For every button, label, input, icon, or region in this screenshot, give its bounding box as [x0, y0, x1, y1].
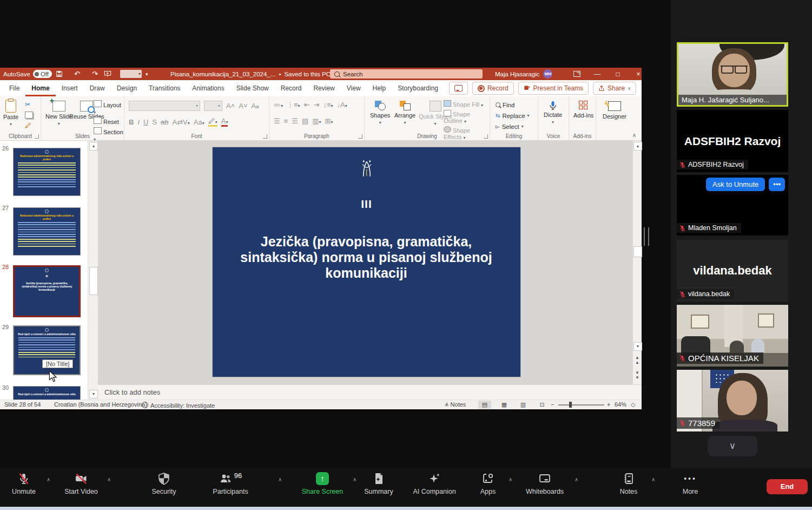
next-slide-button[interactable]: ▼▼	[633, 370, 641, 380]
font-name-select[interactable]: ▾	[129, 101, 200, 111]
participant-tile-opcina-kiseljak[interactable]: OPĆINA KISELJAK	[677, 305, 788, 367]
save-button[interactable]	[56, 68, 63, 80]
comments-button[interactable]	[449, 82, 468, 95]
highlight-color-button[interactable]: 🖉▾	[208, 117, 217, 127]
shape-fill-button[interactable]: Shape Fill ▾	[444, 100, 490, 108]
slide-thumbnail-30[interactable]: Red riječi u rečenici u administrativnom…	[13, 386, 81, 400]
close-button[interactable]: ×	[635, 70, 642, 78]
search-input[interactable]: Search	[330, 69, 483, 79]
layout-button[interactable]: Layout ▾	[94, 100, 124, 115]
tab-draw[interactable]: Draw	[84, 80, 111, 96]
smartart-convert-button[interactable]: ⊞▾	[325, 117, 333, 125]
notes-options-caret-icon[interactable]: ∧	[651, 476, 655, 482]
qat-customize-button[interactable]: ▾	[146, 68, 148, 80]
drawing-dialog-launcher[interactable]	[484, 134, 488, 139]
shape-outline-button[interactable]: Shape Outline ▾	[444, 110, 490, 124]
account-name[interactable]: Maja Hjasaragic MH	[495, 68, 552, 80]
scroll-up-icon[interactable]: ▲	[89, 142, 98, 151]
designer-button[interactable]: ϟ Designer	[603, 101, 626, 120]
arrange-button[interactable]: Arrange▾	[394, 101, 415, 126]
columns-button[interactable]: ▥▾	[312, 117, 321, 125]
dictate-button[interactable]: Dictate▾	[544, 100, 562, 126]
italic-button[interactable]: I	[137, 118, 140, 126]
scrollbar-thumb[interactable]	[633, 246, 642, 257]
saved-status[interactable]: Saved to this PC	[284, 71, 331, 77]
video-options-caret-icon[interactable]: ∧	[107, 476, 111, 482]
tab-animations[interactable]: Animations	[186, 80, 230, 96]
minimize-button[interactable]: —	[593, 70, 601, 78]
shapes-button[interactable]: Shapes▾	[370, 101, 390, 126]
tab-help[interactable]: Help	[367, 80, 392, 96]
justify-button[interactable]: ▤	[302, 117, 308, 125]
decrease-indent-button[interactable]: ⇤	[304, 101, 310, 109]
underline-button[interactable]: U	[143, 118, 148, 126]
strikethrough-button[interactable]: ab	[161, 118, 168, 126]
summary-button[interactable]: Summary	[357, 472, 400, 495]
font-dialog-launcher[interactable]	[263, 134, 267, 139]
participant-tile-maja[interactable]: Maja H. Jašaragić Suljano...	[677, 42, 788, 107]
increase-indent-button[interactable]: ⇥	[314, 101, 320, 109]
tab-file[interactable]: File	[3, 80, 25, 96]
reset-button[interactable]: Reset	[94, 117, 124, 125]
paste-button[interactable]: Paste▾	[3, 100, 18, 128]
clear-formatting-button[interactable]: A𝄪	[252, 102, 260, 110]
copy-button[interactable]	[25, 112, 33, 119]
cut-button[interactable]: ✂	[25, 101, 33, 108]
zoom-slider-track[interactable]	[558, 404, 604, 406]
notes-placeholder[interactable]: Click to add notes	[104, 388, 160, 396]
present-in-teams-button[interactable]: Present in Teams	[518, 82, 589, 95]
bold-button[interactable]: B	[129, 118, 134, 126]
slide-thumbnail-27[interactable]: Nedostaci administrativnog stila uočeni …	[13, 207, 81, 256]
panel-resize-handle[interactable]	[644, 227, 649, 246]
select-button[interactable]: ▻Select▾	[496, 122, 530, 131]
change-case-button[interactable]: Aa▾	[194, 118, 204, 126]
qat-dropdown[interactable]: ▾	[118, 68, 144, 80]
more-button[interactable]: ••• More	[674, 472, 707, 495]
font-size-select[interactable]: ▾	[204, 101, 222, 111]
fit-to-window-button[interactable]: ◇	[631, 401, 635, 408]
participant-more-button[interactable]: •••	[769, 178, 785, 191]
previous-slide-button[interactable]: ▲▲	[633, 355, 641, 365]
find-button[interactable]: Find	[496, 100, 530, 109]
notes-pane[interactable]: Click to add notes	[98, 384, 642, 400]
font-color-button[interactable]: A▾	[221, 117, 228, 127]
align-right-button[interactable]: ☰	[292, 117, 298, 125]
participant-tile-vildana[interactable]: vildana.bedak vildana.bedak	[677, 240, 788, 302]
shrink-font-button[interactable]: A˅	[239, 102, 247, 110]
zoom-out-button[interactable]: −	[551, 401, 554, 408]
participant-tile-mladen[interactable]: Ask to Unmute ••• Mladen Smoljan	[677, 175, 788, 236]
slide-thumbnail-26[interactable]: Nedostaci administrativnog stila uočeni …	[13, 148, 81, 196]
ask-to-unmute-button[interactable]: Ask to Unmute	[706, 178, 765, 191]
security-button[interactable]: Security	[142, 472, 186, 495]
slide-thumbnail-28-selected[interactable]: III Jezička (pravopisna, gramatička, sin…	[13, 265, 81, 317]
zoom-in-button[interactable]: +	[607, 401, 610, 408]
paragraph-dialog-launcher[interactable]	[358, 134, 362, 139]
participants-options-caret-icon[interactable]: ∧	[278, 476, 282, 482]
tab-review[interactable]: Review	[307, 80, 340, 96]
numbering-button[interactable]: ⋮≡▾	[287, 101, 300, 109]
line-spacing-button[interactable]: ↕≡▾	[323, 101, 333, 109]
slide-sorter-view-button[interactable]: ▦	[498, 401, 511, 409]
format-painter-button[interactable]: 🖉	[25, 122, 33, 129]
share-options-caret-icon[interactable]: ∧	[353, 476, 357, 482]
collapse-participants-button[interactable]: ∨	[708, 436, 757, 456]
whiteboards-options-caret-icon[interactable]: ∧	[575, 476, 578, 482]
text-direction-button[interactable]: ↓A▾	[337, 101, 347, 109]
new-slide-button[interactable]: + New Slide▾	[45, 101, 72, 127]
tab-view[interactable]: View	[341, 80, 367, 96]
tab-insert[interactable]: Insert	[56, 80, 84, 96]
restore-button[interactable]: □	[614, 70, 622, 78]
participant-tile-773859[interactable]: 773859	[677, 370, 788, 431]
reading-view-button[interactable]: ▥	[517, 401, 530, 409]
tab-transitions[interactable]: Transitions	[143, 80, 186, 96]
meeting-notes-button[interactable]: Notes	[610, 472, 647, 495]
grow-font-button[interactable]: A˄	[226, 102, 235, 110]
apps-options-caret-icon[interactable]: ∧	[509, 476, 512, 482]
shadow-button[interactable]: S	[152, 118, 157, 126]
bullets-button[interactable]: ≔▾	[274, 101, 283, 109]
tab-record[interactable]: Record	[275, 80, 308, 96]
notes-toggle[interactable]: ≜ Notes	[445, 401, 466, 408]
collapse-ribbon-button[interactable]: ∧	[632, 132, 636, 138]
tab-home[interactable]: Home	[25, 80, 55, 96]
main-scrollbar[interactable]: ▲ ▼ ▲▲ ▼▼	[633, 141, 642, 384]
